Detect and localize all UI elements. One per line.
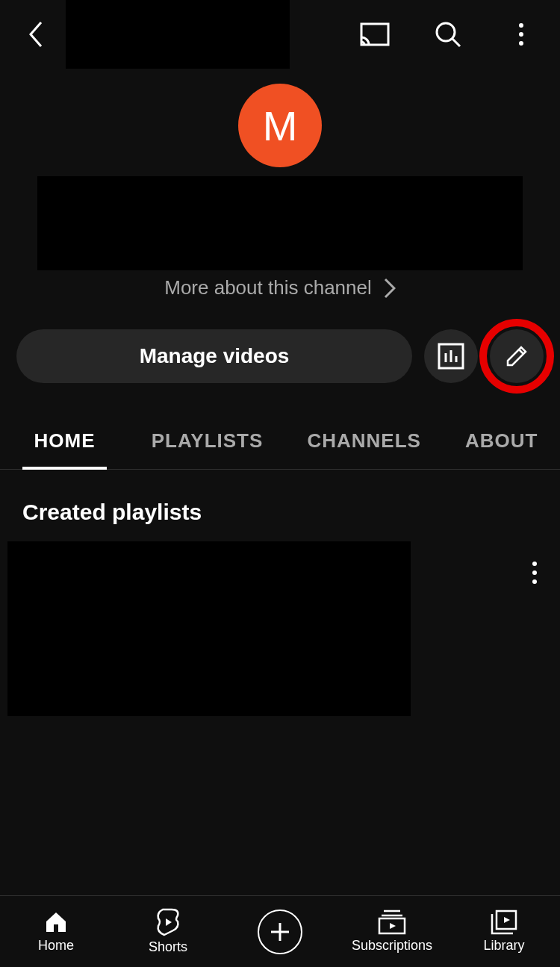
nav-subscriptions-label: Subscriptions (352, 938, 432, 954)
playlist-more-button[interactable] (517, 549, 553, 597)
channel-avatar[interactable]: M (238, 84, 322, 167)
svg-point-4 (519, 32, 523, 37)
nav-home-label: Home (38, 938, 74, 954)
playlist-item[interactable] (0, 525, 560, 716)
search-icon (433, 19, 463, 49)
more-vertical-icon (518, 22, 524, 46)
svg-point-1 (437, 23, 455, 41)
back-button[interactable] (21, 19, 51, 49)
library-icon (491, 910, 517, 935)
svg-line-2 (452, 39, 460, 46)
manage-videos-label: Manage videos (140, 344, 290, 368)
svg-point-13 (532, 579, 537, 584)
cast-icon (360, 22, 390, 46)
tab-playlists[interactable]: PLAYLISTS (129, 416, 285, 469)
top-bar (0, 0, 560, 69)
playlist-thumbnail (7, 541, 411, 716)
chevron-right-icon (384, 278, 396, 299)
nav-subscriptions[interactable]: Subscriptions (347, 910, 437, 954)
tab-home[interactable]: HOME (0, 416, 129, 469)
subscriptions-icon (378, 910, 406, 935)
channel-title-block (66, 0, 290, 69)
more-about-link[interactable]: More about this channel (0, 276, 560, 299)
more-vertical-icon (532, 561, 538, 585)
analytics-icon (438, 343, 464, 370)
tab-channels-label: CHANNELS (307, 429, 420, 452)
more-options-button[interactable] (503, 16, 539, 52)
nav-home[interactable]: Home (11, 910, 101, 954)
svg-marker-14 (166, 918, 172, 926)
svg-point-3 (519, 23, 523, 28)
svg-marker-20 (390, 923, 396, 929)
shorts-icon (155, 908, 181, 936)
analytics-button[interactable] (424, 329, 478, 383)
nav-shorts[interactable]: Shorts (123, 908, 213, 955)
pencil-icon (503, 343, 530, 370)
edit-channel-button[interactable] (490, 329, 544, 383)
avatar-letter: M (263, 102, 298, 150)
nav-shorts-label: Shorts (149, 939, 187, 955)
tab-about[interactable]: ABOUT (443, 416, 560, 469)
svg-marker-22 (504, 917, 510, 923)
svg-point-11 (532, 562, 537, 566)
bottom-nav: Home Shorts Subscriptions Lib (0, 895, 560, 967)
manage-videos-button[interactable]: Manage videos (16, 329, 412, 383)
svg-point-12 (532, 570, 537, 575)
nav-library-label: Library (483, 938, 524, 954)
tab-about-label: ABOUT (465, 429, 538, 452)
channel-info-block (37, 176, 523, 270)
chevron-left-icon (26, 19, 46, 49)
svg-point-5 (519, 41, 523, 46)
svg-line-10 (519, 349, 523, 354)
tab-channels[interactable]: CHANNELS (285, 416, 444, 469)
more-about-label: More about this channel (164, 276, 372, 299)
home-icon (43, 910, 69, 935)
channel-tabs: HOME PLAYLISTS CHANNELS ABOUT (0, 416, 560, 470)
tab-home-label: HOME (34, 429, 96, 452)
nav-create[interactable] (235, 910, 325, 954)
nav-library[interactable]: Library (459, 910, 549, 954)
tab-playlists-label: PLAYLISTS (152, 429, 264, 452)
plus-icon (268, 920, 292, 944)
search-button[interactable] (430, 16, 466, 52)
svg-rect-0 (361, 24, 388, 45)
cast-button[interactable] (357, 16, 393, 52)
section-created-playlists-title: Created playlists (0, 470, 560, 525)
